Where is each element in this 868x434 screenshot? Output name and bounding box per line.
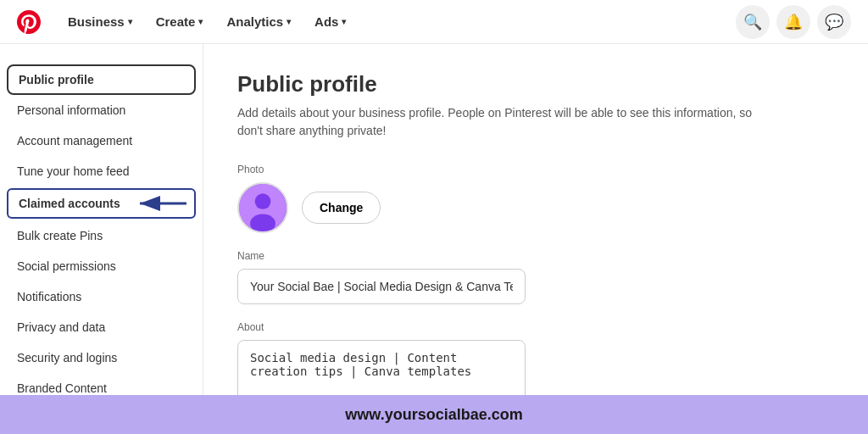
search-icon: 🔍 [743,13,762,31]
chevron-down-icon: ▾ [342,17,346,26]
claimed-accounts-row: Claimed accounts [0,188,203,219]
change-photo-button[interactable]: Change [302,192,381,224]
photo-section: Photo Change [237,164,780,233]
sidebar-item-account-management[interactable]: Account management [0,125,203,156]
nav-analytics[interactable]: Analytics ▾ [216,8,301,36]
search-button[interactable]: 🔍 [736,5,770,39]
chevron-down-icon: ▾ [287,17,291,26]
sidebar-item-security-and-logins[interactable]: Security and logins [0,342,203,373]
name-input[interactable] [237,269,526,304]
page-subtitle: Add details about your business profile.… [237,104,780,140]
bell-icon: 🔔 [784,13,803,31]
sidebar-item-privacy-and-data[interactable]: Privacy and data [0,312,203,342]
chevron-down-icon: ▾ [198,17,203,26]
chat-icon: 💬 [825,13,843,31]
sidebar-item-tune-home-feed[interactable]: Tune your home feed [0,156,203,186]
sidebar-item-bulk-create-pins[interactable]: Bulk create Pins [0,220,203,251]
nav-business[interactable]: Business ▾ [58,8,142,36]
messages-button[interactable]: 💬 [817,5,851,39]
footer-url: www.yoursocialbae.com [345,406,522,424]
sidebar: Public profile Personal information Acco… [0,44,203,434]
name-label: Name [237,250,780,262]
nav-items: Business ▾ Create ▾ Analytics ▾ Ads ▾ [58,8,736,36]
nav-ads[interactable]: Ads ▾ [304,8,356,36]
nav-create[interactable]: Create ▾ [146,8,214,36]
name-section: Name [237,250,780,304]
chevron-down-icon: ▾ [128,17,132,26]
page-title: Public profile [237,71,780,97]
avatar [237,182,288,233]
sidebar-item-public-profile[interactable]: Public profile [7,64,196,95]
notifications-button[interactable]: 🔔 [776,5,810,39]
sidebar-item-social-permissions[interactable]: Social permissions [0,251,203,281]
svg-point-2 [255,193,271,209]
photo-label: Photo [237,164,780,175]
page-wrapper: Public profile Personal information Acco… [0,44,868,434]
pinterest-logo[interactable] [17,10,41,34]
photo-row: Change [237,182,780,233]
top-navigation: Business ▾ Create ▾ Analytics ▾ Ads ▾ 🔍 … [0,0,868,44]
topnav-actions: 🔍 🔔 💬 [736,5,851,39]
sidebar-item-claimed-accounts[interactable]: Claimed accounts [7,188,196,219]
sidebar-item-notifications[interactable]: Notifications [0,281,203,312]
footer-banner: www.yoursocialbae.com [0,395,868,434]
svg-point-3 [250,214,275,232]
about-label: About [237,321,780,333]
sidebar-item-personal-information[interactable]: Personal information [0,95,203,125]
main-content: Public profile Add details about your bu… [203,44,814,434]
